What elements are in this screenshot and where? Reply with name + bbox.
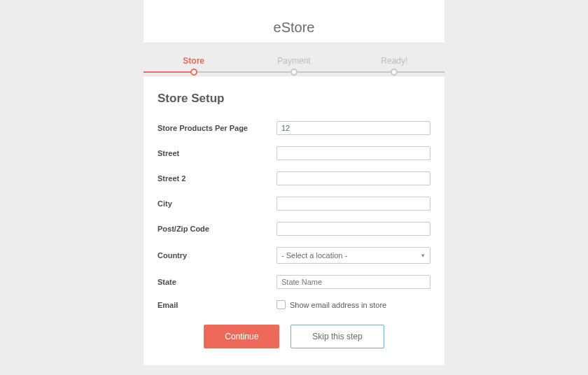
row-city: City [158, 197, 430, 211]
step-label: Ready! [381, 56, 407, 66]
continue-button[interactable]: Continue [204, 325, 279, 348]
step-dot-icon [290, 69, 298, 76]
step-label: Store [183, 56, 204, 66]
input-products-per-page[interactable] [276, 121, 430, 135]
label-postcode: Post/Zip Code [158, 225, 276, 233]
actions: Continue Skip this step [158, 325, 430, 348]
steps-line-active [144, 71, 194, 73]
row-country: Country - Select a location - [158, 247, 430, 264]
step-label: Payment [277, 56, 310, 66]
label-state: State [158, 278, 276, 286]
row-email: Email Show email address in store [158, 300, 430, 309]
row-postcode: Post/Zip Code [158, 222, 430, 236]
skip-button[interactable]: Skip this step [290, 325, 384, 348]
header: eStore [144, 0, 444, 43]
label-country: Country [158, 251, 276, 260]
page-title: Store Setup [158, 92, 430, 106]
setup-wizard: eStore Store Payment Ready! Store Setup … [144, 0, 444, 365]
select-country-wrap: - Select a location - [276, 247, 430, 264]
checkbox-label-show-email: Show email address in store [290, 301, 386, 309]
progress-steps: Store Payment Ready! [144, 43, 444, 76]
row-state: State [158, 275, 430, 289]
checkbox-show-email[interactable] [276, 300, 286, 309]
step-dot-icon [190, 69, 197, 76]
select-country[interactable]: - Select a location - [276, 247, 430, 264]
row-street2: Street 2 [158, 171, 430, 185]
step-ready[interactable]: Ready! [344, 56, 444, 66]
checkbox-row-email: Show email address in store [276, 300, 430, 309]
label-street2: Street 2 [158, 174, 276, 183]
label-products-per-page: Store Products Per Page [158, 124, 276, 132]
row-products-per-page: Store Products Per Page [158, 121, 430, 135]
input-state[interactable] [276, 275, 430, 289]
step-store[interactable]: Store [144, 56, 244, 66]
input-street2[interactable] [276, 171, 430, 185]
label-email: Email [158, 301, 276, 309]
label-city: City [158, 199, 276, 208]
step-payment[interactable]: Payment [244, 56, 344, 66]
row-street: Street [158, 146, 430, 160]
input-city[interactable] [276, 197, 430, 211]
form-panel: Store Setup Store Products Per Page Stre… [144, 76, 444, 365]
step-dot-icon [391, 69, 398, 76]
label-street: Street [158, 149, 276, 157]
input-street[interactable] [276, 146, 430, 160]
app-title: eStore [144, 20, 444, 36]
input-postcode[interactable] [276, 222, 430, 236]
